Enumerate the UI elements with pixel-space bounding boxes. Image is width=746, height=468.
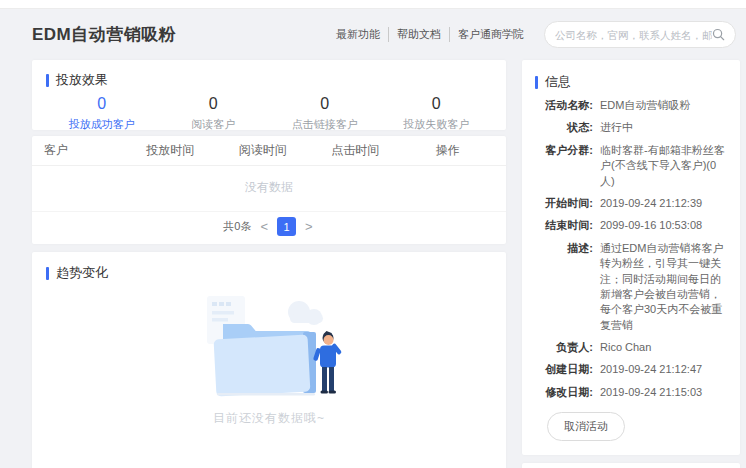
stat-failed-customers[interactable]: 0 投放失败客户 xyxy=(381,95,493,132)
main-content: 投放效果 0 投放成功客户 0 阅读客户 0 点击链接客户 0 投放失败客户 xyxy=(0,60,746,468)
nav-link-academy[interactable]: 客户通商学院 xyxy=(449,27,532,42)
info-label: 开始时间: xyxy=(535,196,593,211)
info-label: 状态: xyxy=(535,120,593,135)
nav-link-new-features[interactable]: 最新功能 xyxy=(328,27,388,42)
info-value: 临时客群-有邮箱非粉丝客户(不含线下导入客户)(0人) xyxy=(600,143,727,189)
info-value: 进行中 xyxy=(600,120,727,135)
info-value: 2019-09-24 21:15:03 xyxy=(600,385,727,400)
info-value: EDM自动营销吸粉 xyxy=(600,98,727,113)
trend-card: 趋势变化 xyxy=(32,252,506,468)
person-figure xyxy=(312,331,341,394)
global-search[interactable] xyxy=(544,21,736,48)
title-accent-bar xyxy=(535,76,538,89)
pagination-total: 共0条 xyxy=(223,219,251,234)
info-row-created-date: 创建日期: 2019-09-24 21:12:47 xyxy=(535,362,727,377)
stat-label: 投放失败客户 xyxy=(381,117,493,132)
info-row-status: 状态: 进行中 xyxy=(535,120,727,135)
column-header-read-time: 阅读时间 xyxy=(217,142,310,159)
info-row-modified-date: 修改日期: 2019-09-24 21:15:03 xyxy=(535,385,727,400)
stat-value: 0 xyxy=(381,95,493,113)
column-header-click-time: 点击时间 xyxy=(309,142,402,159)
info-row-customer-segment: 客户分群: 临时客群-有邮箱非粉丝客户(不含线下导入客户)(0人) xyxy=(535,143,727,189)
info-section-title: 信息 xyxy=(535,73,727,91)
info-value: 2019-09-24 21:12:39 xyxy=(600,196,727,211)
info-row-campaign-name: 活动名称: EDM自动营销吸粉 xyxy=(535,98,727,113)
stat-value: 0 xyxy=(46,95,158,113)
empty-data-illustration xyxy=(187,290,352,398)
trend-title-text: 趋势变化 xyxy=(56,264,108,282)
delivery-card: 投放 投放渠道: 营销邮件 邮件模版: EDM自动营销吸粉模板 2019-09-… xyxy=(522,463,740,468)
info-label: 修改日期: xyxy=(535,385,593,400)
stat-label: 点击链接客户 xyxy=(269,117,381,132)
nav-link-help-docs[interactable]: 帮助文档 xyxy=(388,27,449,42)
right-column: 信息 活动名称: EDM自动营销吸粉 状态: 进行中 客户分群: 临时客群-有邮… xyxy=(522,60,740,468)
info-label: 创建日期: xyxy=(535,362,593,377)
stat-delivered-customers[interactable]: 0 投放成功客户 xyxy=(46,95,158,132)
column-header-actions: 操作 xyxy=(402,142,495,159)
cancel-campaign-button[interactable]: 取消活动 xyxy=(547,412,625,441)
info-title-text: 信息 xyxy=(545,73,571,91)
info-row-end-time: 结束时间: 2099-09-16 10:53:08 xyxy=(535,218,727,233)
info-value: 2019-09-24 21:12:47 xyxy=(600,362,727,377)
prev-page-button[interactable]: < xyxy=(258,218,270,235)
info-value: 通过EDM自动营销将客户转为粉丝，引导其一键关注；同时活动期间每日的新增客户会被… xyxy=(600,241,727,333)
column-header-delivery-time: 投放时间 xyxy=(124,142,217,159)
header-right: 最新功能 帮助文档 客户通商学院 xyxy=(328,21,736,48)
nav-links: 最新功能 帮助文档 客户通商学院 xyxy=(328,27,532,42)
stat-clicked-link-customers[interactable]: 0 点击链接客户 xyxy=(269,95,381,132)
page-number-button[interactable]: 1 xyxy=(277,217,296,236)
info-label: 结束时间: xyxy=(535,218,593,233)
stat-value: 0 xyxy=(158,95,270,113)
effect-title-text: 投放效果 xyxy=(56,71,108,89)
stat-label: 阅读客户 xyxy=(158,117,270,132)
info-row-owner: 负责人: Rico Chan xyxy=(535,340,727,355)
stat-label: 投放成功客户 xyxy=(46,117,158,132)
stat-value: 0 xyxy=(269,95,381,113)
top-strip xyxy=(0,0,746,9)
effect-section-title: 投放效果 xyxy=(46,71,492,89)
left-column: 投放效果 0 投放成功客户 0 阅读客户 0 点击链接客户 0 投放失败客户 xyxy=(32,60,506,468)
info-rows: 活动名称: EDM自动营销吸粉 状态: 进行中 客户分群: 临时客群-有邮箱非粉… xyxy=(535,98,727,400)
next-page-button[interactable]: > xyxy=(303,218,315,235)
table-empty-state: 没有数据 xyxy=(32,166,506,212)
title-accent-bar xyxy=(46,267,49,280)
title-accent-bar xyxy=(46,74,49,87)
table-header-row: 客户 投放时间 阅读时间 点击时间 操作 xyxy=(32,136,506,166)
info-label: 活动名称: xyxy=(535,98,593,113)
column-header-customer: 客户 xyxy=(44,142,124,159)
trend-empty-state: 目前还没有数据哦~ xyxy=(46,290,492,427)
delivery-effect-card: 投放效果 0 投放成功客户 0 阅读客户 0 点击链接客户 0 投放失败客户 xyxy=(32,60,506,130)
info-label: 客户分群: xyxy=(535,143,593,189)
info-value: Rico Chan xyxy=(600,340,727,355)
campaign-info-card: 信息 活动名称: EDM自动营销吸粉 状态: 进行中 客户分群: 临时客群-有邮… xyxy=(522,60,740,455)
customers-table-card: 客户 投放时间 阅读时间 点击时间 操作 没有数据 共0条 < 1 > xyxy=(32,136,506,244)
search-icon[interactable] xyxy=(712,28,725,41)
page-header: EDM自动营销吸粉 最新功能 帮助文档 客户通商学院 xyxy=(0,9,746,60)
page-title: EDM自动营销吸粉 xyxy=(32,23,176,46)
info-label: 描述: xyxy=(535,241,593,333)
effect-stats: 0 投放成功客户 0 阅读客户 0 点击链接客户 0 投放失败客户 xyxy=(46,95,492,132)
info-row-description: 描述: 通过EDM自动营销将客户转为粉丝，引导其一键关注；同时活动期间每日的新增… xyxy=(535,241,727,333)
info-label: 负责人: xyxy=(535,340,593,355)
pagination: 共0条 < 1 > xyxy=(32,212,506,244)
trend-empty-text: 目前还没有数据哦~ xyxy=(213,410,325,427)
info-row-start-time: 开始时间: 2019-09-24 21:12:39 xyxy=(535,196,727,211)
info-value: 2099-09-16 10:53:08 xyxy=(600,218,727,233)
search-input[interactable] xyxy=(555,29,712,41)
stat-read-customers[interactable]: 0 阅读客户 xyxy=(158,95,270,132)
trend-section-title: 趋势变化 xyxy=(46,264,492,282)
